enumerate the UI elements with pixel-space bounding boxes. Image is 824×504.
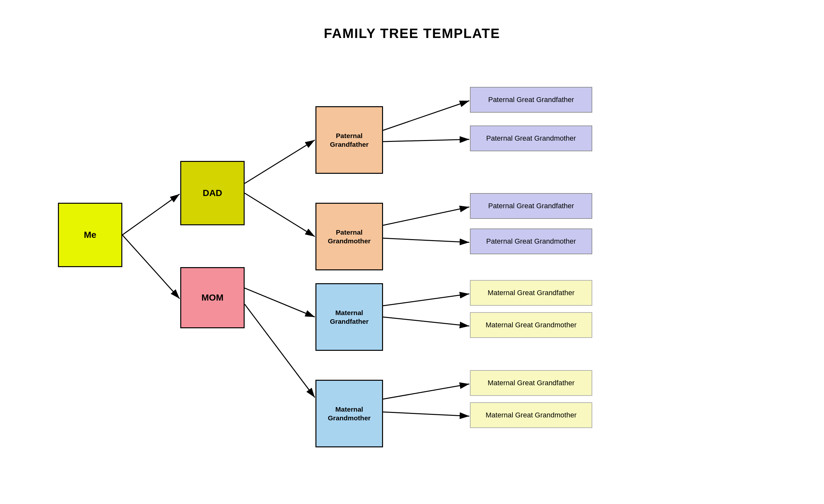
- node-mom[interactable]: MOM: [180, 267, 245, 328]
- svg-line-11: [383, 294, 469, 306]
- node-mom-label: MOM: [202, 292, 223, 303]
- node-gg-pat-gf1[interactable]: Paternal Great Grandfather: [470, 87, 592, 113]
- svg-line-8: [383, 139, 469, 141]
- node-paternal-grandfather-label: PaternalGrandfather: [330, 131, 369, 149]
- node-gg-mat-gm2[interactable]: Maternal Great Grandmother: [470, 402, 592, 428]
- node-gg-mat-gf1[interactable]: Maternal Great Grandfather: [470, 280, 592, 306]
- svg-line-12: [383, 317, 469, 326]
- node-me[interactable]: Me: [58, 203, 122, 267]
- node-gg-pat-gf2[interactable]: Paternal Great Grandfather: [470, 193, 592, 219]
- page-title: FAMILY TREE TEMPLATE: [0, 0, 824, 41]
- node-gg-mat-gm1[interactable]: Maternal Great Grandmother: [470, 312, 592, 338]
- node-maternal-grandfather-label: MaternalGrandfather: [330, 308, 369, 326]
- svg-line-13: [383, 384, 469, 399]
- node-me-label: Me: [84, 229, 97, 241]
- node-paternal-grandmother[interactable]: PaternalGrandmother: [315, 203, 383, 270]
- node-gg-pat-gm1[interactable]: Paternal Great Grandmother: [470, 125, 592, 151]
- node-paternal-grandmother-label: PaternalGrandmother: [328, 228, 371, 245]
- svg-line-1: [122, 194, 180, 235]
- svg-line-14: [383, 412, 469, 416]
- svg-line-7: [383, 101, 469, 130]
- svg-line-3: [245, 140, 315, 184]
- node-dad[interactable]: DAD: [180, 161, 245, 225]
- svg-line-4: [245, 193, 315, 236]
- svg-line-2: [122, 235, 180, 299]
- tree-container: Me DAD MOM PaternalGrandfather PaternalG…: [0, 48, 824, 504]
- svg-line-5: [245, 288, 315, 317]
- node-gg-mat-gf2[interactable]: Maternal Great Grandfather: [470, 370, 592, 396]
- svg-line-6: [245, 304, 315, 397]
- node-maternal-grandfather[interactable]: MaternalGrandfather: [315, 283, 383, 351]
- svg-line-10: [383, 238, 469, 242]
- node-maternal-grandmother[interactable]: MaternalGrandmother: [315, 380, 383, 447]
- svg-line-9: [383, 207, 469, 225]
- connections-svg: [0, 48, 824, 504]
- node-dad-label: DAD: [203, 187, 222, 199]
- node-gg-pat-gm2[interactable]: Paternal Great Grandmother: [470, 228, 592, 254]
- node-maternal-grandmother-label: MaternalGrandmother: [328, 405, 371, 423]
- node-paternal-grandfather[interactable]: PaternalGrandfather: [315, 106, 383, 174]
